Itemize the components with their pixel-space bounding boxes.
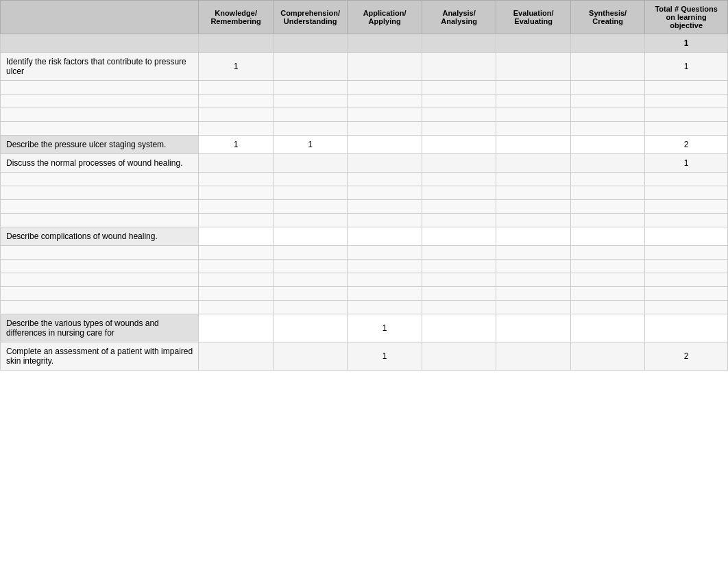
table-row	[1, 108, 728, 122]
cell-evaluation	[496, 53, 571, 81]
cell-comprehension	[273, 227, 348, 246]
cell-knowledge	[199, 227, 274, 246]
header-analysis: Analysis/ Analysing	[422, 1, 496, 34]
cell-comprehension	[273, 342, 348, 371]
cell-application	[348, 227, 422, 246]
table-container: Knowledge/ Remembering Comprehension/ Un…	[0, 0, 728, 563]
table-row: Describe the pressure ulcer staging syst…	[1, 136, 728, 154]
table-row	[1, 273, 728, 287]
header-evaluation: Evaluation/ Evaluating	[496, 1, 571, 34]
cell-objective: Describe the pressure ulcer staging syst…	[1, 136, 199, 154]
cell-comprehension	[273, 314, 348, 342]
table-row	[1, 200, 728, 214]
cell-knowledge	[199, 154, 274, 173]
cell-objective: Identify the risk factors that contribut…	[1, 53, 199, 81]
cell-objective: Discuss the normal processes of wound he…	[1, 154, 199, 173]
cell-total	[645, 227, 728, 246]
header-objective	[1, 1, 199, 34]
table-header-row: Knowledge/ Remembering Comprehension/ Un…	[1, 1, 728, 34]
cell-total: 1	[645, 53, 728, 81]
cell-comprehension: 1	[273, 136, 348, 154]
cell-total: 1	[645, 154, 728, 173]
table-row	[1, 122, 728, 136]
cell-application: 1	[348, 314, 422, 342]
table-row: Complete an assessment of a patient with…	[1, 342, 728, 371]
table-row	[1, 95, 728, 108]
cell-analysis	[422, 136, 496, 154]
cell-evaluation	[496, 314, 571, 342]
cell-evaluation	[496, 154, 571, 173]
header-application: Application/ Applying	[348, 1, 422, 34]
cell-objective: Describe the various types of wounds and…	[1, 314, 199, 342]
cell-analysis	[422, 154, 496, 173]
table-row	[1, 246, 728, 260]
cell-synthesis	[570, 227, 645, 246]
cell-application	[348, 136, 422, 154]
header-knowledge: Knowledge/ Remembering	[199, 1, 274, 34]
table-row	[1, 301, 728, 314]
table-body: 1Identify the risk factors that contribu…	[1, 34, 728, 371]
table-row: Describe complications of wound healing.	[1, 227, 728, 246]
table-row	[1, 214, 728, 227]
cell-application	[348, 53, 422, 81]
cell-knowledge: 1	[199, 53, 274, 81]
cell-total	[645, 314, 728, 342]
cell-application: 1	[348, 342, 422, 371]
cell-evaluation	[496, 136, 571, 154]
table-row: 1	[1, 34, 728, 53]
cell-total: 2	[645, 136, 728, 154]
table-row: Describe the various types of wounds and…	[1, 314, 728, 342]
cell-objective: Complete an assessment of a patient with…	[1, 342, 199, 371]
cell-evaluation	[496, 227, 571, 246]
cell-application	[348, 154, 422, 173]
cell-knowledge: 1	[199, 136, 274, 154]
table-row	[1, 287, 728, 301]
cell-knowledge	[199, 342, 274, 371]
cell-synthesis	[570, 154, 645, 173]
cell-synthesis	[570, 136, 645, 154]
header-total: Total # Questions on learning objective	[645, 1, 728, 34]
table-row	[1, 260, 728, 273]
table-row	[1, 186, 728, 200]
cell-total: 2	[645, 342, 728, 371]
cell-knowledge	[199, 314, 274, 342]
cell-comprehension	[273, 154, 348, 173]
table-row	[1, 173, 728, 186]
cell-synthesis	[570, 342, 645, 371]
cell-analysis	[422, 53, 496, 81]
bloom-taxonomy-table: Knowledge/ Remembering Comprehension/ Un…	[0, 0, 728, 371]
cell-synthesis	[570, 53, 645, 81]
cell-evaluation	[496, 342, 571, 371]
cell-analysis	[422, 342, 496, 371]
header-comprehension: Comprehension/ Understanding	[273, 1, 348, 34]
header-synthesis: Synthesis/ Creating	[570, 1, 645, 34]
table-row	[1, 81, 728, 95]
table-row: Discuss the normal processes of wound he…	[1, 154, 728, 173]
cell-synthesis	[570, 314, 645, 342]
cell-analysis	[422, 227, 496, 246]
cell-analysis	[422, 314, 496, 342]
cell-comprehension	[273, 53, 348, 81]
table-row: Identify the risk factors that contribut…	[1, 53, 728, 81]
cell-objective: Describe complications of wound healing.	[1, 227, 199, 246]
